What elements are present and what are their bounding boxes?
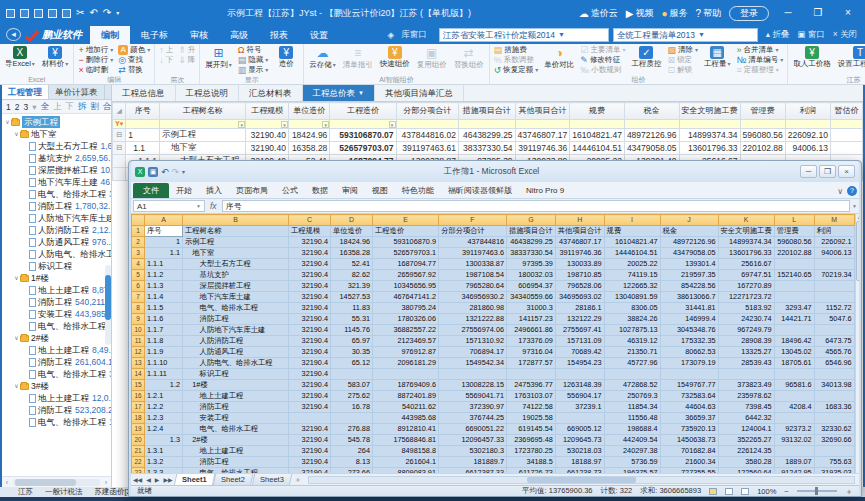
excel-cell[interactable]: 38613066.7 — [660, 292, 718, 303]
excel-column-header-C[interactable]: C — [289, 215, 331, 226]
excel-cell[interactable]: 16.78 — [331, 402, 373, 413]
excel-cell[interactable]: 其他项目合计 — [555, 226, 604, 237]
excel-titlebar[interactable]: X ▣ ↶ ↷ ▾ 工作簿1 - Microsoft Excel ─ ❒ × — [131, 161, 859, 182]
filter-cell[interactable] — [515, 120, 570, 129]
excel-cell[interactable]: 1.1.9 — [145, 347, 183, 358]
excel-cell[interactable]: 91242.95 — [774, 468, 814, 474]
excel-cell[interactable]: 391197463.6 — [439, 248, 507, 259]
column-header-单位造价[interactable]: 单位造价 — [288, 103, 329, 120]
tree-item[interactable]: 安装工程443,985.6 — [2, 308, 111, 320]
table-row[interactable]: ⊟1.1地下室32190.4016358.28526579703.0739119… — [113, 142, 863, 155]
excel-column-header-K[interactable]: K — [718, 215, 774, 226]
excel-tab-审阅[interactable]: 审阅 — [335, 183, 365, 198]
cell[interactable]: 13601796.33 — [679, 142, 740, 155]
excel-cell[interactable]: 人防消防工程 — [183, 336, 289, 347]
column-header-工程树名称[interactable]: 工程树名称 — [160, 103, 246, 120]
excel-cell[interactable]: 38824.26 — [604, 314, 660, 325]
sidebar-tab-工程管理[interactable]: 工程管理 — [2, 85, 49, 99]
excel-cell[interactable]: 540211.62 — [373, 402, 439, 413]
tree-item[interactable]: 消防工程540,211.6 — [2, 296, 111, 308]
ribbon-button-clear[interactable]: ▨清除▾ — [665, 45, 700, 55]
excel-cell[interactable]: 34188.5 — [507, 457, 556, 468]
excel-cell[interactable]: 2496661.86 — [507, 325, 556, 336]
save-as-icon[interactable] — [48, 9, 57, 18]
excel-cell[interactable]: 5047.6 — [814, 314, 854, 325]
maximize-button[interactable]: ❒ — [807, 5, 829, 21]
excel-cell[interactable]: 8912810.41 — [373, 424, 439, 435]
excel-tab-Nitro Pro 9[interactable]: Nitro Pro 9 — [519, 183, 571, 198]
excel-cell[interactable]: 146999.4 — [660, 314, 718, 325]
excel-cell[interactable]: 13045.02 — [774, 347, 814, 358]
cell[interactable]: 526579703.07 — [330, 142, 396, 155]
excel-cell[interactable]: 281860.98 — [439, 303, 507, 314]
excel-cell[interactable]: 97316.04 — [507, 347, 556, 358]
excel-cell[interactable]: 44604.63 — [660, 402, 718, 413]
ribbon-button-project-category[interactable]: T设置工程类别 — [835, 45, 865, 69]
excel-cell[interactable]: 28186.1 — [555, 303, 604, 314]
excel-cell[interactable]: 13601796.33 — [718, 248, 774, 259]
ribbon-button-measure-fee[interactable]: ▤措施费 — [492, 45, 541, 55]
ribbon-button-merge-list[interactable]: »合并清单▾ — [734, 45, 785, 55]
zoom-out-icon[interactable]: − — [784, 487, 789, 496]
excel-cell[interactable]: 31935.03 — [814, 468, 854, 474]
zoom-slider[interactable] — [797, 490, 837, 492]
excel-row-header[interactable]: 20 — [132, 435, 145, 446]
excel-cell[interactable]: 人防电气、给排水工程 — [183, 358, 289, 369]
excel-cell[interactable]: 1889.07 — [774, 457, 814, 468]
excel-cell[interactable]: 工程树名称 — [183, 226, 289, 237]
excel-cell[interactable]: 地下室 — [183, 248, 289, 259]
excel-cell[interactable]: 税金 — [660, 226, 718, 237]
excel-cell[interactable] — [814, 281, 854, 292]
workbench-tab-工程总说明[interactable]: 工程总说明 — [176, 85, 240, 101]
excel-cell[interactable]: 2369695.48 — [507, 435, 556, 446]
excel-column-header-E[interactable]: E — [373, 215, 439, 226]
excel-cell[interactable]: 376744.25 — [439, 413, 507, 424]
cut-icon[interactable]: ✂ — [76, 8, 84, 18]
excel-cell[interactable]: 32190.4 — [289, 457, 331, 468]
back-button[interactable]: ◂ — [6, 28, 21, 41]
minimize-ribbon-icon[interactable]: ∨ — [837, 187, 843, 196]
ribbon-tab-高级[interactable]: 高级 — [219, 26, 259, 44]
sheet-tab-Sheet2[interactable]: Sheet2 — [213, 474, 253, 486]
ribbon-button-list-number[interactable]: №清单编号▾ — [734, 55, 785, 65]
excel-cell[interactable]: 92373.2 — [774, 424, 814, 435]
filter-cell[interactable] — [740, 120, 785, 129]
cell[interactable]: 14446104.51 — [570, 142, 625, 155]
excel-cell[interactable]: 1571310.92 — [439, 336, 507, 347]
excel-cell[interactable]: 17568846.81 — [373, 435, 439, 446]
scroll-right-icon[interactable]: › — [101, 479, 111, 486]
tree-vertical-scrollbar[interactable] — [105, 265, 111, 345]
excel-cell[interactable]: 1.1 — [145, 248, 183, 259]
excel-cell[interactable]: 32190.4 — [289, 435, 331, 446]
excel-cell[interactable]: 安全文明施工费 — [718, 226, 774, 237]
excel-cell[interactable]: 55.31 — [331, 314, 373, 325]
excel-cell[interactable]: 706894.17 — [439, 347, 507, 358]
excel-cell[interactable]: 2659567.92 — [373, 270, 439, 281]
ribbon-button-cost[interactable]: ¥造价 — [271, 45, 301, 69]
excel-cell[interactable]: 1683.36 — [814, 402, 854, 413]
excel-cell[interactable]: 1.2 — [145, 380, 183, 391]
zoom-level[interactable]: 100% — [757, 487, 776, 496]
excel-cell[interactable]: 管理费 — [774, 226, 814, 237]
excel-column-header-F[interactable]: F — [439, 215, 507, 226]
excel-tab-福昕阅读器领鲜版[interactable]: 福昕阅读器领鲜版 — [441, 183, 519, 198]
ribbon-button-quantity[interactable]: ▦工程量▾ — [701, 45, 734, 69]
excel-cell[interactable]: 74122.58 — [507, 402, 556, 413]
cell[interactable]: 43479058.05 — [624, 142, 679, 155]
library-window-button[interactable]: ◈库窗口 — [380, 29, 435, 41]
last-sheet-icon[interactable]: ▶▶ — [161, 476, 174, 483]
excel-cell[interactable]: 人防地下汽车库土建 — [183, 325, 289, 336]
tree-tool-割[interactable]: 割 — [90, 101, 99, 113]
excel-cell[interactable]: 地下汽车库土建 — [183, 292, 289, 303]
list-library-dropdown[interactable]: 全统工程量清单2013▼ — [613, 28, 758, 42]
redo-icon[interactable]: ↷ — [103, 8, 111, 18]
excel-cell[interactable]: 130033.89 — [555, 259, 604, 270]
filter-cell[interactable] — [785, 120, 830, 129]
excel-horizontal-scrollbar[interactable] — [308, 476, 855, 484]
excel-row-header[interactable]: 15 — [132, 380, 145, 391]
excel-cell[interactable]: 43479058.05 — [660, 248, 718, 259]
excel-cell[interactable]: 32330.62 — [814, 424, 854, 435]
excel-name-box[interactable]: A1▼ — [133, 200, 205, 212]
excel-cell[interactable]: 6442.32 — [718, 413, 774, 424]
tree-item[interactable]: 人防地下汽车库土建... — [2, 212, 111, 224]
